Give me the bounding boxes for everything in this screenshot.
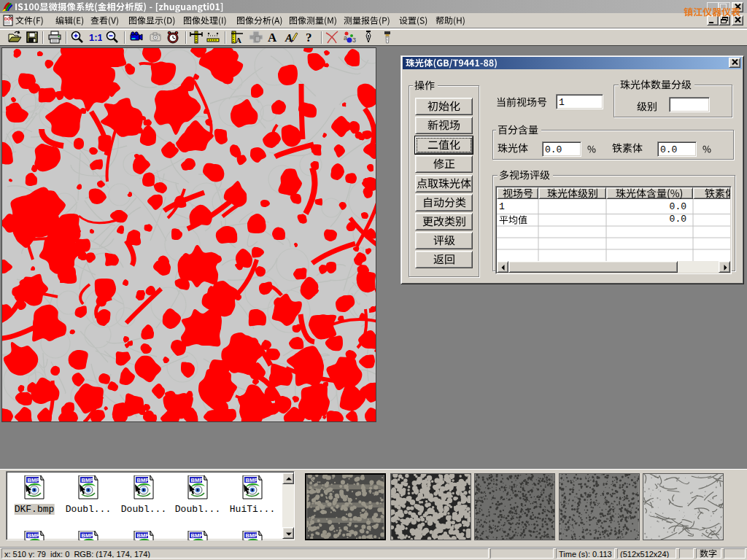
svg-text:3: 3 — [352, 36, 356, 44]
svg-text:?: ? — [306, 31, 312, 44]
svg-text:A: A — [268, 31, 277, 44]
svg-text:a: a — [344, 34, 347, 42]
svg-text:1:1: 1:1 — [89, 32, 102, 43]
svg-text:A: A — [236, 36, 241, 44]
svg-text:DOC: DOC — [4, 17, 13, 21]
